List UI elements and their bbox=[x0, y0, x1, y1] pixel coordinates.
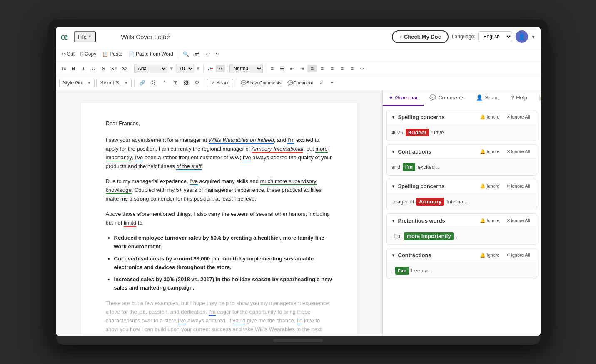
ignore-all-3-icon: ✕ bbox=[506, 183, 510, 189]
copy-icon: ⎘ bbox=[80, 51, 83, 57]
issue-2-type: Contractions bbox=[398, 149, 431, 155]
undo-button[interactable]: ↩ bbox=[203, 50, 212, 58]
help-tab[interactable]: ? Help bbox=[505, 90, 533, 106]
issue-1-ignore[interactable]: 🔔 Ignore bbox=[478, 114, 501, 121]
subscript-button[interactable]: X2 bbox=[109, 65, 119, 72]
issue-2-context-before: and bbox=[392, 164, 401, 170]
copy-button[interactable]: ⎘ Copy bbox=[78, 50, 99, 58]
share-tab-label: Share bbox=[485, 94, 499, 101]
align-center-button[interactable]: ≡ bbox=[317, 65, 327, 72]
ive-4: I've bbox=[178, 317, 186, 324]
search-icon: 🔍 bbox=[183, 51, 189, 57]
issue-3-ignore[interactable]: 🔔 Ignore bbox=[478, 183, 501, 190]
align-full-button[interactable]: ≡ bbox=[347, 65, 357, 72]
issue-2-ignore[interactable]: 🔔 Ignore bbox=[478, 148, 501, 155]
share-button[interactable]: ↗ Share bbox=[207, 79, 233, 87]
link-button[interactable]: 🔗 bbox=[137, 79, 147, 87]
issue-header-1[interactable]: ▼ Spelling concerns 🔔 Ignore ✕ Ignore Al… bbox=[387, 110, 537, 124]
underline-button[interactable]: U bbox=[89, 65, 98, 72]
issue-2-ignore-all[interactable]: ✕ Ignore All bbox=[505, 148, 532, 155]
issue-card-2: ▼ Contractions 🔔 Ignore ✕ Ignore All bbox=[386, 144, 537, 176]
panel-content[interactable]: ▼ Spelling concerns 🔔 Ignore ✕ Ignore Al… bbox=[383, 106, 541, 336]
ordered-list-button[interactable]: ≡ bbox=[267, 65, 277, 72]
zoom-button[interactable]: + bbox=[328, 79, 337, 87]
align-right-button[interactable]: ≡ bbox=[327, 65, 337, 72]
issue-1-ignore-all[interactable]: ✕ Ignore All bbox=[505, 114, 532, 121]
issue-5-chevron: ▼ bbox=[392, 253, 396, 258]
italic-button[interactable]: I bbox=[79, 65, 88, 72]
comments-icon: 💬 bbox=[241, 80, 247, 86]
ignore-all-4-icon: ✕ bbox=[506, 218, 510, 223]
ignore-4-icon: 🔔 bbox=[480, 218, 486, 223]
bullet-1: Reduced employee turnover rates by 50% b… bbox=[114, 234, 332, 251]
unlink-button[interactable]: ⛓ bbox=[149, 79, 158, 87]
font-size-select[interactable]: 10 11 12 14 bbox=[176, 64, 194, 73]
cut-button[interactable]: ✂ Cut bbox=[59, 50, 77, 58]
image-button[interactable]: 🖼 bbox=[182, 79, 191, 87]
format-sep-1 bbox=[132, 64, 132, 73]
select-style-button[interactable]: Select S... ▼ bbox=[96, 79, 132, 87]
paste-button[interactable]: 📋 Paste bbox=[100, 50, 125, 58]
grammar-tab[interactable]: ✦ Grammar bbox=[383, 90, 424, 106]
issue-3-context-after: Interna .. bbox=[446, 198, 468, 205]
issue-1-highlight[interactable]: Kildeer bbox=[406, 129, 429, 136]
language-select[interactable]: English French Spanish bbox=[478, 31, 512, 42]
replace-button[interactable]: ⇄ bbox=[192, 50, 202, 59]
font-color-button[interactable]: A bbox=[206, 65, 215, 72]
issue-body-5: , I've been a .. bbox=[387, 262, 537, 279]
stats-tab[interactable]: 📊 Stats bbox=[533, 90, 541, 106]
issue-4-highlight[interactable]: more importantly bbox=[404, 232, 453, 240]
issue-4-ignore-all[interactable]: ✕ Ignore All bbox=[505, 217, 532, 224]
align-left-button[interactable]: ≡ bbox=[307, 65, 317, 72]
show-comments-button[interactable]: 💬 Show Comments bbox=[239, 79, 284, 87]
fullscreen-button[interactable]: ⤢ bbox=[317, 79, 326, 87]
superscript-button[interactable]: X2 bbox=[120, 65, 130, 72]
bold-button[interactable]: B bbox=[69, 65, 78, 72]
format-sep-3 bbox=[227, 64, 227, 73]
issue-5-highlight[interactable]: I've bbox=[395, 267, 409, 275]
unordered-list-button[interactable]: ☰ bbox=[277, 65, 287, 72]
search-button[interactable]: 🔍 bbox=[180, 50, 192, 58]
issue-2-highlight[interactable]: I'm bbox=[403, 163, 415, 171]
issue-3-ignore-all[interactable]: ✕ Ignore All bbox=[505, 183, 532, 190]
comments-tab[interactable]: 💬 Comments bbox=[424, 90, 470, 106]
issue-4-ignore[interactable]: 🔔 Ignore bbox=[478, 217, 501, 224]
blockquote-button[interactable]: " bbox=[160, 79, 169, 87]
issue-3-highlight[interactable]: Armoury bbox=[416, 198, 444, 206]
redo-button[interactable]: ↪ bbox=[213, 50, 222, 58]
issue-header-2[interactable]: ▼ Contractions 🔔 Ignore ✕ Ignore All bbox=[387, 145, 537, 158]
clear-format-button[interactable]: Tx bbox=[59, 65, 68, 72]
more-align-button[interactable]: ⋯ bbox=[357, 65, 367, 72]
document-area[interactable]: Dear Frances, I saw your advertisement f… bbox=[56, 90, 382, 336]
issue-header-3[interactable]: ▼ Spelling concerns 🔔 Ignore ✕ Ignore Al… bbox=[387, 179, 537, 193]
special-chars-button[interactable]: Ω bbox=[192, 79, 202, 87]
check-doc-button[interactable]: + Check My Doc bbox=[392, 30, 449, 43]
user-dropdown-arrow[interactable]: ▼ bbox=[531, 35, 536, 39]
issue-5-ignore-all[interactable]: ✕ Ignore All bbox=[505, 252, 532, 259]
style-guide-button[interactable]: Style Gu... ▼ bbox=[59, 79, 95, 87]
increase-indent-button[interactable]: ⇥ bbox=[297, 65, 307, 72]
justify-button[interactable]: ≡ bbox=[337, 65, 347, 72]
share-tab[interactable]: 👤 Share bbox=[470, 90, 505, 106]
issue-header-4[interactable]: ▼ Pretentious words 🔔 Ignore ✕ Ignore Al… bbox=[387, 214, 537, 228]
highlight-button[interactable]: A bbox=[216, 65, 225, 72]
issue-1-context-before: 4025 bbox=[392, 129, 404, 136]
strikethrough-button[interactable]: S bbox=[99, 65, 108, 72]
im-2: I'm bbox=[209, 309, 216, 316]
undo-icon: ↩ bbox=[206, 51, 210, 57]
font-select[interactable]: Arial Times New Roman bbox=[134, 64, 167, 73]
issue-5-ignore[interactable]: 🔔 Ignore bbox=[478, 252, 501, 259]
issue-header-5[interactable]: ▼ Contractions 🔔 Ignore ✕ Ignore All bbox=[387, 248, 537, 262]
decrease-indent-button[interactable]: ⇤ bbox=[287, 65, 297, 72]
bullet-3: Increased sales by 30% (2018 vs. 2017) i… bbox=[114, 275, 332, 293]
comment-button[interactable]: 💬 Comment bbox=[285, 79, 315, 87]
redo-icon: ↪ bbox=[216, 51, 220, 57]
table-button[interactable]: ⊞ bbox=[171, 79, 180, 87]
paragraph-2: Due to my managerial experience, I've ac… bbox=[106, 177, 332, 203]
issue-card-5: ▼ Contractions 🔔 Ignore ✕ Ignore All bbox=[386, 248, 537, 279]
issue-body-3: ..nager of Armoury Interna .. bbox=[387, 193, 537, 210]
im-contraction: I'm bbox=[287, 137, 294, 144]
avatar[interactable]: 👤 bbox=[516, 30, 528, 43]
style-select[interactable]: Normal Heading 1 Heading 2 bbox=[229, 64, 263, 73]
paste-from-word-button[interactable]: 📄 Paste from Word bbox=[126, 50, 176, 58]
